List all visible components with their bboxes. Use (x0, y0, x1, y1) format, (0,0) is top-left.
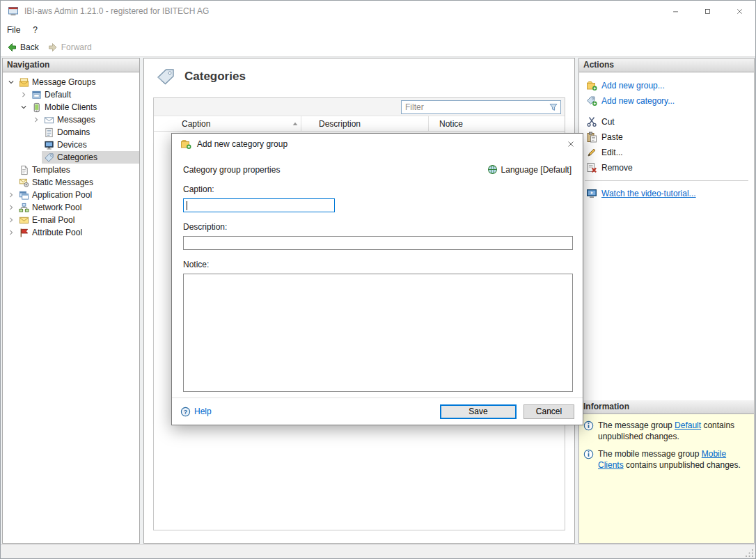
menu-help[interactable]: ? (26, 22, 44, 38)
chevron-right-icon[interactable] (6, 214, 17, 226)
chevron-spacer (6, 177, 17, 188)
tree-item-label: Message Groups (32, 77, 95, 87)
tree-node: Network Pool (17, 201, 139, 214)
globe-icon (487, 164, 498, 175)
info-link-default[interactable]: Default (675, 420, 701, 430)
action-cut[interactable]: Cut (579, 114, 754, 129)
back-label: Back (20, 42, 39, 52)
tree-node: Static Messages (17, 176, 139, 189)
back-button[interactable]: Back (6, 42, 39, 53)
action-edit[interactable]: Edit... (579, 145, 754, 160)
cut-icon (586, 116, 597, 127)
caption-input[interactable] (183, 198, 335, 212)
edit-icon (586, 147, 597, 158)
tree-item-label: Attribute Pool (32, 228, 82, 237)
language-label: Language [Default] (501, 165, 572, 175)
menu-file[interactable]: File (1, 22, 26, 38)
forward-arrow-icon (47, 42, 58, 53)
minimize-icon (672, 8, 679, 15)
navigation-panel: Navigation Message GroupsDefaultMobile C… (2, 58, 140, 544)
tree-item-categories[interactable]: Categories (3, 151, 139, 164)
dialog-close-button[interactable] (559, 134, 583, 155)
help-icon: ? (180, 407, 191, 417)
tree-item-network-pool[interactable]: Network Pool (3, 201, 139, 214)
action-label: Watch the video-tutorial... (601, 189, 696, 198)
tree-item-messages[interactable]: Messages (3, 113, 139, 126)
info-icon (583, 449, 594, 459)
tree-node: Categories (42, 151, 139, 164)
action-add-new-category[interactable]: Add new category... (579, 93, 754, 109)
tree-node: Devices (42, 139, 139, 151)
info-text: The message group Default contains unpub… (598, 420, 750, 442)
chevron-right-icon[interactable] (6, 202, 17, 213)
add-category-icon (586, 95, 597, 107)
tree-item-label: Domains (57, 127, 90, 137)
chevron-right-icon[interactable] (6, 189, 17, 200)
save-button[interactable]: Save (440, 404, 517, 419)
dialog-section-label: Category group properties (183, 165, 280, 175)
titlebar: IBI-aws Admin 1.21.0 - registered for IB… (1, 1, 755, 22)
resize-grip-icon[interactable] (745, 549, 754, 558)
tree-item-label: Templates (32, 165, 70, 175)
action-label: Cut (601, 117, 615, 127)
help-link[interactable]: ? Help (180, 407, 212, 417)
tree-item-domains[interactable]: Domains (3, 126, 139, 139)
action-paste[interactable]: Paste (579, 129, 754, 145)
maximize-button[interactable] (691, 1, 723, 22)
tree-item-default[interactable]: Default (3, 88, 139, 101)
action-add-new-group[interactable]: Add new group... (579, 78, 754, 93)
description-input[interactable] (183, 236, 573, 250)
chevron-right-icon[interactable] (31, 114, 42, 125)
add-category-group-dialog: Add new category group Category group pr… (171, 133, 583, 425)
column-header-description[interactable]: Description (301, 116, 429, 131)
toolbar: Back Forward (1, 38, 755, 57)
column-header-caption[interactable]: Caption (154, 116, 301, 131)
dialog-title: Add new category group (197, 139, 288, 149)
sort-ascending-icon (291, 120, 299, 128)
language-selector[interactable]: Language [Default] (487, 164, 572, 175)
column-header-notice[interactable]: Notice (429, 116, 565, 131)
tree-item-message-groups[interactable]: Message Groups (3, 76, 139, 88)
window-title: IBI-aws Admin 1.21.0 - registered for IB… (24, 6, 209, 16)
action-remove[interactable]: Remove (579, 160, 754, 175)
tree-item-e-mail-pool[interactable]: E-mail Pool (3, 214, 139, 226)
close-button[interactable] (723, 1, 755, 22)
action-watch-the-video-tutorial[interactable]: Watch the video-tutorial... (579, 186, 754, 201)
tree-node: Default (29, 88, 139, 101)
chevron-spacer (31, 152, 42, 163)
chevron-spacer (31, 127, 42, 138)
minimize-button[interactable] (659, 1, 691, 22)
filter-box (401, 100, 561, 114)
add-group-icon (586, 80, 597, 91)
tree-item-devices[interactable]: Devices (3, 139, 139, 151)
chevron-right-icon[interactable] (18, 89, 29, 100)
action-label: Paste (601, 132, 623, 142)
chevron-down-icon[interactable] (6, 77, 17, 88)
templates-icon (19, 165, 29, 175)
page-title: Categories (184, 70, 246, 84)
back-arrow-icon (6, 42, 17, 53)
tree-node: Attribute Pool (17, 226, 139, 239)
tree-item-label: Default (45, 90, 71, 100)
tree-item-static-messages[interactable]: Static Messages (3, 176, 139, 189)
info-link-mobile-clients[interactable]: Mobile Clients (598, 449, 726, 470)
forward-button[interactable]: Forward (47, 42, 92, 53)
cancel-button[interactable]: Cancel (523, 404, 574, 419)
table-header: Caption Description Notice (154, 116, 565, 132)
info-text: The mobile message group Mobile Clients … (598, 448, 750, 471)
chevron-right-icon[interactable] (6, 227, 17, 238)
dialog-titlebar[interactable]: Add new category group (172, 134, 583, 155)
notice-input[interactable] (183, 274, 573, 392)
chevron-spacer (31, 139, 42, 150)
navigation-header: Navigation (3, 58, 139, 72)
filter-input[interactable] (401, 100, 561, 114)
action-label: Add new category... (601, 96, 675, 106)
tree-item-templates[interactable]: Templates (3, 164, 139, 176)
info-icon (583, 420, 594, 431)
tree-item-mobile-clients[interactable]: Mobile Clients (3, 101, 139, 113)
chevron-down-icon[interactable] (18, 102, 29, 113)
action-label: Add new group... (601, 81, 665, 90)
categories-page-icon (156, 68, 175, 86)
tree-item-application-pool[interactable]: Application Pool (3, 189, 139, 201)
tree-item-attribute-pool[interactable]: Attribute Pool (3, 226, 139, 239)
